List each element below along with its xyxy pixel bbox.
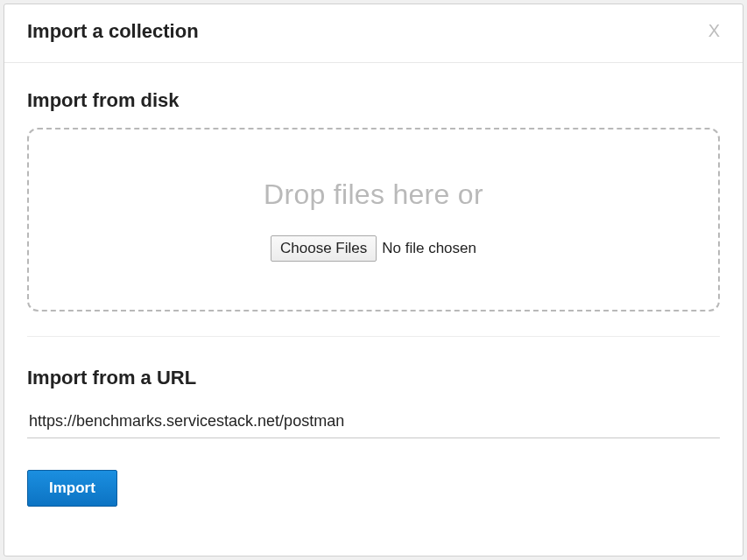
file-dropzone[interactable]: Drop files here or Choose Files No file …	[27, 128, 720, 312]
import-button[interactable]: Import	[27, 470, 117, 507]
modal-title: Import a collection	[27, 20, 199, 43]
import-collection-modal: Import a collection X Import from disk D…	[4, 4, 743, 556]
choose-files-button[interactable]: Choose Files	[271, 235, 377, 262]
modal-body: Import from disk Drop files here or Choo…	[4, 63, 743, 556]
import-from-disk-heading: Import from disk	[27, 89, 720, 112]
section-divider	[27, 336, 720, 337]
modal-header: Import a collection X	[4, 4, 743, 63]
import-url-input[interactable]	[27, 407, 720, 438]
drop-hint-text: Drop files here or	[264, 178, 483, 211]
import-from-url-heading: Import from a URL	[27, 367, 720, 389]
close-icon[interactable]: X	[708, 22, 720, 39]
file-chosen-status: No file chosen	[382, 240, 476, 257]
file-input-row: Choose Files No file chosen	[271, 235, 476, 262]
